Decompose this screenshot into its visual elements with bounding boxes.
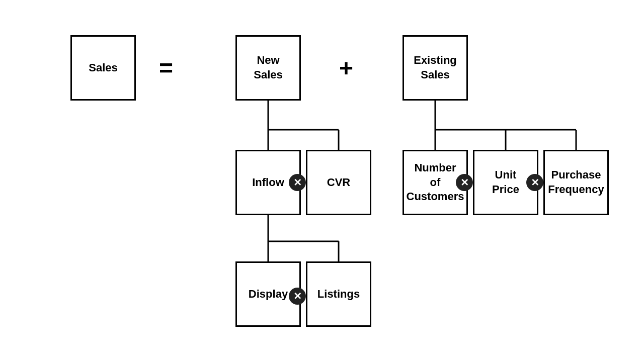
new-sales-box: NewSales — [235, 35, 301, 101]
purchase-frequency-box: PurchaseFrequency — [543, 150, 609, 215]
existing-sales-box: ExistingSales — [403, 35, 468, 101]
listings-box: Listings — [306, 261, 371, 327]
multiply-unitprice-frequency: ✕ — [526, 174, 543, 191]
multiply-display-listings: ✕ — [289, 288, 306, 305]
cvr-box: CVR — [306, 150, 371, 215]
sales-box: Sales — [70, 35, 136, 101]
equals-operator: = — [146, 48, 186, 88]
multiply-customers-unitprice: ✕ — [456, 174, 473, 191]
multiply-inflow-cvr: ✕ — [289, 174, 306, 191]
plus-operator: + — [326, 48, 366, 88]
diagram: Sales NewSales ExistingSales Inflow CVR … — [0, 0, 644, 362]
